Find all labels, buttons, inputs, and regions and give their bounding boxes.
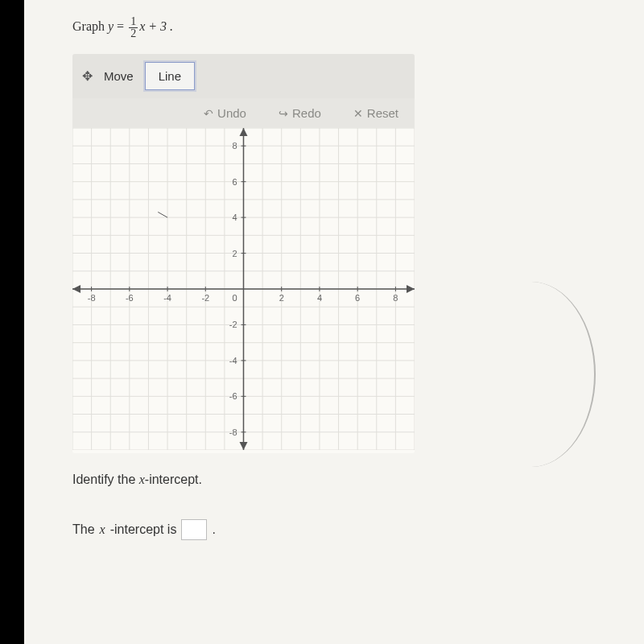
svg-text:2: 2: [279, 293, 284, 303]
svg-text:-2: -2: [229, 320, 237, 329]
svg-text:4: 4: [232, 213, 237, 222]
svg-text:-2: -2: [201, 293, 209, 303]
action-bar: ↶ Undo ↪ Redo ✕ Reset: [72, 98, 415, 128]
answer-pre: The: [72, 522, 95, 537]
svg-text:8: 8: [393, 293, 398, 303]
redo-icon: ↪: [279, 107, 288, 120]
redo-button[interactable]: ↪ Redo: [279, 106, 321, 120]
answer-period: .: [212, 522, 215, 537]
identify-instruction: Identify the x-intercept.: [72, 473, 644, 487]
svg-text:4: 4: [317, 293, 322, 303]
svg-text:-6: -6: [126, 293, 134, 303]
svg-text:-6: -6: [229, 391, 237, 401]
identify-post: -intercept.: [145, 473, 202, 486]
toolbar: ✥ Move Line: [72, 54, 415, 98]
grid-svg: -8-6-4-22468-8-6-4-224680: [72, 128, 415, 450]
reset-button[interactable]: ✕ Reset: [353, 106, 398, 120]
svg-text:-4: -4: [229, 356, 237, 365]
reset-label: Reset: [367, 106, 398, 120]
svg-text:6: 6: [355, 293, 360, 303]
svg-text:-4: -4: [163, 293, 171, 303]
svg-text:-8: -8: [88, 293, 96, 303]
undo-button[interactable]: ↶ Undo: [204, 106, 246, 120]
svg-text:-8: -8: [229, 427, 237, 437]
x-var-answer: x: [100, 522, 105, 537]
svg-text:6: 6: [232, 177, 237, 187]
svg-marker-41: [72, 285, 80, 293]
svg-text:2: 2: [232, 249, 237, 258]
svg-marker-42: [240, 128, 248, 136]
answer-post: -intercept is: [110, 522, 177, 537]
move-label[interactable]: Move: [104, 69, 134, 83]
undo-icon: ↶: [204, 107, 213, 120]
answer-input[interactable]: [181, 519, 207, 540]
svg-text:8: 8: [232, 141, 237, 151]
answer-line: The x-intercept is .: [72, 519, 644, 540]
move-icon: ✥: [82, 68, 93, 84]
x-var: x: [139, 473, 145, 486]
redo-label: Redo: [292, 106, 321, 120]
svg-marker-43: [240, 442, 248, 450]
fraction-denominator: 2: [129, 28, 138, 39]
identify-pre: Identify the: [72, 473, 139, 486]
svg-line-77: [158, 212, 167, 217]
line-button[interactable]: Line: [145, 62, 195, 90]
graph-widget: ✥ Move Line ↶ Undo ↪ Redo ✕ Reset -8-6-4…: [72, 54, 415, 453]
undo-label: Undo: [217, 106, 246, 120]
svg-marker-40: [407, 285, 415, 293]
fraction: 12: [129, 16, 138, 39]
problem-suffix: x + 3 .: [139, 19, 173, 33]
fraction-numerator: 1: [129, 16, 138, 28]
problem-equals: =: [114, 19, 127, 33]
reset-icon: ✕: [353, 107, 363, 120]
coordinate-grid[interactable]: -8-6-4-22468-8-6-4-224680: [72, 128, 415, 453]
problem-statement: Graph y = 12x + 3 .: [72, 16, 644, 39]
svg-text:0: 0: [232, 293, 237, 303]
problem-prefix: Graph: [72, 19, 108, 33]
